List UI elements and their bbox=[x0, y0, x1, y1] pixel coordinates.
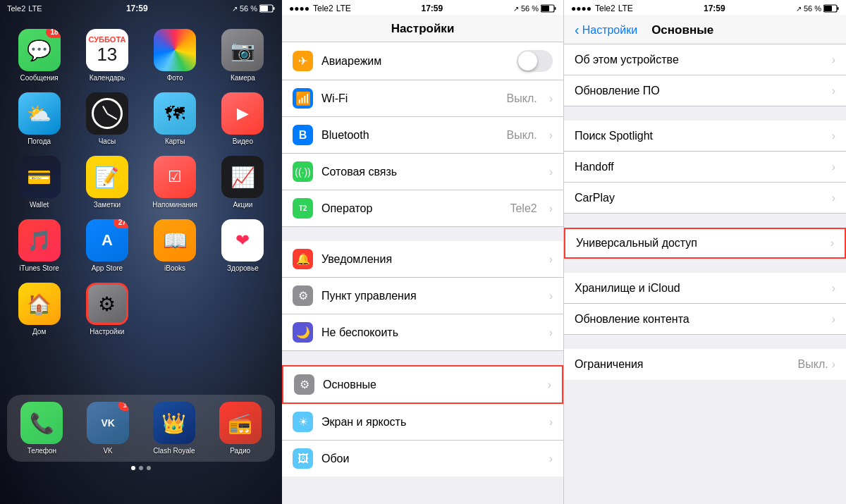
accessibility-chevron: › bbox=[830, 237, 834, 250]
time-label: 17:59 bbox=[126, 4, 148, 13]
settings-carrier: ●●●● bbox=[289, 4, 309, 13]
settings-row-notifications[interactable]: 🔔 Уведомления › bbox=[282, 241, 563, 278]
calendar-day: 13 bbox=[97, 44, 117, 66]
settings-battery: 56 % bbox=[521, 4, 539, 13]
general-row-about[interactable]: Об этом устройстве › bbox=[564, 44, 846, 75]
settings-row-airplane[interactable]: ✈ Авиарежим bbox=[282, 42, 563, 80]
notes-icon: 📝 bbox=[94, 166, 119, 189]
general-time: 17:59 bbox=[704, 4, 725, 13]
general-row-update[interactable]: Обновление ПО › bbox=[564, 75, 846, 106]
ibooks-icon: 📖 bbox=[163, 229, 188, 252]
dock-clash[interactable]: 👑 Clash Royale bbox=[143, 402, 206, 455]
general-row-accessibility[interactable]: Универсальный доступ › bbox=[564, 228, 846, 259]
airplane-toggle[interactable] bbox=[517, 50, 553, 72]
wallpaper-label: Обои bbox=[321, 453, 541, 465]
control-chevron: › bbox=[549, 290, 553, 302]
dock-vk[interactable]: VK 1 VK bbox=[77, 402, 140, 455]
clock-label: Часы bbox=[99, 137, 116, 145]
app-home[interactable]: 🏠 Дом bbox=[11, 283, 68, 336]
messages-label: Сообщения bbox=[20, 74, 58, 82]
app-appstore[interactable]: A 27 App Store bbox=[78, 219, 135, 272]
bgrefresh-chevron: › bbox=[832, 313, 835, 326]
cellular-chevron: › bbox=[549, 166, 553, 178]
dock-vk-label: VK bbox=[103, 447, 112, 455]
page-dots bbox=[0, 466, 282, 470]
app-ibooks[interactable]: 📖 iBooks bbox=[147, 219, 204, 272]
general-row-bgrefresh[interactable]: Обновление контента › bbox=[564, 304, 846, 335]
app-clock[interactable]: Часы bbox=[78, 92, 135, 145]
settings-header: Настройки bbox=[282, 15, 563, 42]
settings-row-control[interactable]: ⚙ Пункт управления › bbox=[282, 278, 563, 314]
general-battery-icon bbox=[823, 4, 839, 13]
battery-icon bbox=[259, 4, 275, 13]
icloud-label: Хранилище и iCloud bbox=[575, 282, 832, 295]
phone-icon: 📞 bbox=[30, 412, 54, 435]
settings-row-dnd[interactable]: 🌙 Не беспокоить › bbox=[282, 314, 563, 351]
weather-icon: ⛅ bbox=[27, 102, 51, 125]
about-label: Об этом устройстве bbox=[575, 54, 832, 66]
wifi-icon: 📶 bbox=[293, 88, 313, 109]
carrier-label: Tele2 bbox=[7, 4, 25, 13]
page-dot-2 bbox=[139, 466, 143, 470]
spotlight-label: Поиск Spotlight bbox=[575, 130, 832, 142]
settings-row-general[interactable]: ⚙ Основные › bbox=[282, 365, 563, 404]
settings-network: Tele2 bbox=[313, 4, 333, 13]
carrier-label: Оператор bbox=[321, 202, 501, 215]
app-reminders[interactable]: ☑ Напоминания bbox=[147, 156, 204, 209]
general-title: Основные bbox=[651, 23, 713, 37]
general-gap-3 bbox=[564, 259, 846, 273]
general-row-spotlight[interactable]: Поиск Spotlight › bbox=[564, 121, 846, 152]
dock: 📞 Телефон VK 1 VK 👑 Clash Royale 📻 Радио bbox=[7, 395, 275, 462]
app-calendar[interactable]: суббота 13 Календарь bbox=[78, 29, 135, 82]
stocks-icon: 📈 bbox=[231, 166, 255, 189]
dock-phone[interactable]: 📞 Телефон bbox=[11, 402, 73, 455]
airplane-icon: ✈ bbox=[293, 51, 313, 71]
settings-gap-2 bbox=[282, 351, 563, 365]
camera-label: Камера bbox=[231, 74, 255, 82]
settings-gap-1 bbox=[282, 227, 563, 241]
settings-row-wifi[interactable]: 📶 Wi-Fi Выкл. › bbox=[282, 80, 563, 117]
app-camera[interactable]: 📷 Камера bbox=[214, 29, 271, 82]
general-label: Основные bbox=[323, 379, 539, 391]
app-settings[interactable]: ⚙ Настройки bbox=[78, 283, 135, 336]
app-weather[interactable]: ⛅ Погода bbox=[11, 92, 68, 145]
app-notes[interactable]: 📝 Заметки bbox=[78, 156, 135, 209]
general-back-button[interactable]: ‹ Настройки bbox=[575, 22, 637, 38]
settings-battery-icon bbox=[541, 4, 556, 13]
general-row-handoff[interactable]: Handoff › bbox=[564, 152, 846, 183]
videos-label: Видео bbox=[233, 137, 253, 145]
wifi-value: Выкл. bbox=[507, 92, 537, 105]
general-row-carplay[interactable]: CarPlay › bbox=[564, 183, 846, 214]
app-messages[interactable]: 💬 18 Сообщения bbox=[11, 29, 68, 82]
general-icon: ⚙ bbox=[294, 374, 314, 395]
ibooks-label: iBooks bbox=[164, 264, 185, 272]
app-itunes[interactable]: 🎵 iTunes Store bbox=[11, 219, 68, 272]
page-dot-1 bbox=[131, 466, 135, 470]
settings-row-carrier[interactable]: T2 Оператор Tele2 › bbox=[282, 190, 563, 227]
network-label: LTE bbox=[28, 4, 42, 13]
dock-radio[interactable]: 📻 Радио bbox=[209, 402, 271, 455]
app-wallet[interactable]: 💳 Wallet bbox=[11, 156, 68, 209]
notifications-label: Уведомления bbox=[321, 253, 541, 266]
settings-row-bluetooth[interactable]: B Bluetooth Выкл. › bbox=[282, 117, 563, 154]
app-health[interactable]: ❤ Здоровье bbox=[214, 219, 271, 272]
settings-row-wallpaper[interactable]: 🖼 Обои › bbox=[282, 441, 563, 477]
settings-row-cellular[interactable]: ((·)) Сотовая связь › bbox=[282, 154, 563, 190]
app-stocks[interactable]: 📈 Акции bbox=[214, 156, 271, 209]
general-row-icloud[interactable]: Хранилище и iCloud › bbox=[564, 273, 846, 304]
messages-badge: 18 bbox=[46, 29, 61, 38]
svg-rect-8 bbox=[824, 6, 832, 11]
maps-icon: 🗺 bbox=[165, 102, 185, 125]
carrier-chevron: › bbox=[549, 202, 553, 215]
about-chevron: › bbox=[832, 54, 835, 66]
accessibility-label: Универсальный доступ bbox=[576, 237, 830, 250]
app-photos[interactable]: Фото bbox=[147, 29, 204, 82]
app-videos[interactable]: ▶ Видео bbox=[214, 92, 271, 145]
general-gap-1 bbox=[564, 106, 846, 121]
settings-row-display[interactable]: ☀ Экран и яркость › bbox=[282, 404, 563, 441]
general-row-restrictions[interactable]: Ограничения Выкл. › bbox=[564, 349, 846, 380]
notifications-chevron: › bbox=[549, 253, 553, 266]
svg-rect-4 bbox=[555, 7, 556, 10]
app-maps[interactable]: 🗺 Карты bbox=[147, 92, 204, 145]
bluetooth-chevron: › bbox=[549, 129, 553, 142]
